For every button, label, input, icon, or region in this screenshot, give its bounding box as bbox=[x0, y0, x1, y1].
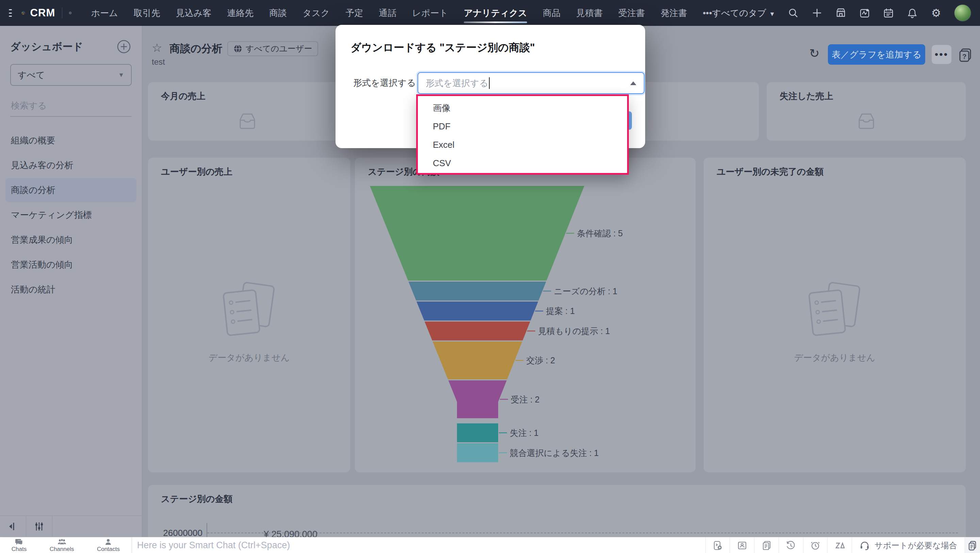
funnel-segment-6[interactable] bbox=[457, 423, 498, 442]
refresh-icon[interactable]: ↻ bbox=[809, 46, 819, 61]
nav-item-14[interactable]: ••• bbox=[703, 3, 712, 23]
marketplace-icon[interactable] bbox=[835, 7, 846, 19]
nav-item-12[interactable]: 受注書 bbox=[618, 2, 645, 24]
chat-bubble-icon bbox=[15, 539, 23, 545]
format-option-画像[interactable]: 画像 bbox=[418, 99, 627, 117]
zoho-crm-logo bbox=[21, 5, 25, 21]
calendar-icon[interactable] bbox=[883, 7, 894, 19]
dashboard-filter-select[interactable]: すべて▼ bbox=[10, 64, 132, 86]
modal-title: ダウンロードする "ステージ別の商談" bbox=[350, 40, 535, 55]
help-pages-icon[interactable]: ? bbox=[958, 47, 973, 63]
sidebar-item-2[interactable]: 商談の分析 bbox=[5, 178, 137, 202]
id-card-icon[interactable] bbox=[730, 537, 754, 553]
dashed-gridline bbox=[207, 532, 958, 533]
format-option-PDF[interactable]: PDF bbox=[418, 117, 627, 135]
format-option-Excel[interactable]: Excel bbox=[418, 135, 627, 154]
empty-tray-icon bbox=[856, 112, 876, 131]
add-dashboard-icon[interactable] bbox=[117, 40, 131, 54]
contacts-tab[interactable]: Contacts bbox=[97, 539, 120, 552]
funnel-segment-2[interactable] bbox=[417, 302, 538, 321]
funnel-segment-1[interactable] bbox=[409, 282, 546, 301]
smart-chat-input[interactable]: Here is your Smart Chat (Ctrl+Space) bbox=[132, 537, 705, 553]
plus-icon[interactable] bbox=[811, 7, 823, 19]
dashboard-sidebar: ダッシュボード すべて▼ 組織の概要見込み客の分析商談の分析マーケティング指標営… bbox=[0, 26, 142, 537]
nav-item-10[interactable]: 商品 bbox=[543, 2, 560, 24]
favorite-star-icon[interactable]: ☆ bbox=[152, 41, 162, 54]
nav-item-2[interactable]: 見込み客 bbox=[176, 2, 212, 24]
format-field-label: 形式を選択する bbox=[353, 77, 416, 89]
hamburger-menu-icon[interactable] bbox=[9, 9, 12, 17]
nav-item-4[interactable]: 商談 bbox=[269, 2, 287, 24]
widget-sales-by-user: ユーザー別の売上 データがありません bbox=[148, 158, 350, 472]
dashboard-subtitle: test bbox=[152, 57, 165, 67]
smart-chat-bar: Chats Channels Contacts Here is your Sma… bbox=[0, 537, 980, 553]
bell-icon[interactable] bbox=[907, 7, 918, 19]
sliders-icon[interactable] bbox=[26, 516, 52, 537]
funnel-chart[interactable]: 条件確認 : 5ニーズの分析 : 1提案 : 1見積もりの提示 : 1交渉 : … bbox=[355, 158, 695, 472]
globe-icon[interactable] bbox=[69, 7, 72, 19]
nav-item-5[interactable]: タスク bbox=[302, 2, 330, 24]
chat-tabs: Chats Channels Contacts bbox=[0, 537, 132, 553]
pulse-icon[interactable] bbox=[859, 7, 870, 19]
channels-tab[interactable]: Channels bbox=[50, 539, 74, 552]
clipboard-icon[interactable] bbox=[965, 537, 980, 553]
funnel-label: 競合選択による失注 : 1 bbox=[510, 448, 599, 457]
scope-badge[interactable]: すべてのユーザー bbox=[227, 41, 318, 56]
person-icon bbox=[105, 539, 111, 545]
empty-state-text: データがありません bbox=[148, 352, 350, 364]
history-icon[interactable] bbox=[778, 537, 803, 553]
sidebar-item-0[interactable]: 組織の概要 bbox=[5, 128, 137, 153]
funnel-segment-5[interactable] bbox=[449, 380, 507, 418]
page-title: 商談の分析 bbox=[169, 41, 223, 56]
support-link[interactable]: サポートが必要な場合 bbox=[852, 537, 965, 553]
funnel-segment-0[interactable] bbox=[370, 186, 584, 280]
zia-icon[interactable] bbox=[827, 537, 852, 553]
sidebar-item-6[interactable]: 活動の統計 bbox=[5, 277, 137, 302]
no-data-illustration bbox=[802, 277, 867, 342]
add-chart-button[interactable]: 表／グラフを追加する bbox=[828, 44, 925, 65]
sidebar-item-3[interactable]: マーケティング指標 bbox=[5, 203, 137, 227]
sidebar-search-input[interactable] bbox=[10, 100, 133, 112]
tour-icon[interactable] bbox=[705, 537, 730, 553]
text-cursor bbox=[489, 77, 490, 89]
nav-item-0[interactable]: ホーム bbox=[91, 2, 118, 24]
collapse-panel-icon[interactable] bbox=[0, 516, 26, 537]
globe-icon bbox=[234, 44, 242, 53]
top-nav: CRM ホーム取引先見込み客連絡先商談タスク予定通話レポートアナリティクス商品見… bbox=[0, 0, 980, 26]
nav-item-8[interactable]: レポート bbox=[412, 2, 448, 24]
widget-deals-by-stage: ステージ別の商談 条件確認 : 5ニーズの分析 : 1提案 : 1見積もりの提示… bbox=[355, 158, 695, 472]
nav-item-9[interactable]: アナリティクス bbox=[464, 2, 527, 24]
chats-tab[interactable]: Chats bbox=[11, 539, 27, 552]
funnel-segment-7[interactable] bbox=[457, 443, 498, 462]
nav-item-6[interactable]: 予定 bbox=[345, 2, 363, 24]
format-select-combobox[interactable]: 形式を選択する bbox=[417, 72, 644, 94]
search-icon[interactable] bbox=[788, 7, 799, 19]
more-options-button[interactable]: ••• bbox=[932, 45, 951, 64]
nav-item-1[interactable]: 取引先 bbox=[134, 2, 160, 24]
chevron-up-icon bbox=[630, 81, 636, 85]
all-tabs-dropdown[interactable]: すべてのタブ▼ bbox=[712, 7, 775, 19]
sidebar-item-4[interactable]: 営業成果の傾向 bbox=[5, 228, 137, 252]
headset-icon bbox=[859, 540, 870, 551]
funnel-label: 条件確認 : 5 bbox=[577, 228, 623, 238]
format-option-CSV[interactable]: CSV bbox=[418, 154, 627, 172]
nav-item-11[interactable]: 見積書 bbox=[576, 2, 603, 24]
pages-icon[interactable] bbox=[754, 537, 778, 553]
sidebar-title: ダッシュボード bbox=[10, 40, 83, 54]
funnel-segment-3[interactable] bbox=[425, 322, 530, 341]
widget-open-amount-by-user: ユーザー別の未完了の金額 データがありません bbox=[704, 158, 966, 472]
empty-state-text: データがありません bbox=[704, 352, 966, 364]
funnel-segment-4[interactable] bbox=[433, 341, 522, 379]
user-avatar[interactable] bbox=[954, 5, 971, 21]
sidebar-item-5[interactable]: 営業活動の傾向 bbox=[5, 253, 137, 277]
widget-this-month-sales: 今月の売上 bbox=[148, 82, 347, 141]
svg-text:?: ? bbox=[962, 53, 966, 60]
nav-item-3[interactable]: 連絡先 bbox=[227, 2, 253, 24]
chevron-down-icon: ▼ bbox=[769, 11, 775, 18]
alarm-icon[interactable] bbox=[803, 537, 827, 553]
nav-item-13[interactable]: 発注書 bbox=[660, 2, 687, 24]
gear-icon[interactable]: ⚙ bbox=[930, 7, 942, 19]
sidebar-item-1[interactable]: 見込み客の分析 bbox=[5, 153, 137, 177]
no-data-illustration bbox=[217, 277, 282, 342]
nav-item-7[interactable]: 通話 bbox=[379, 2, 396, 24]
